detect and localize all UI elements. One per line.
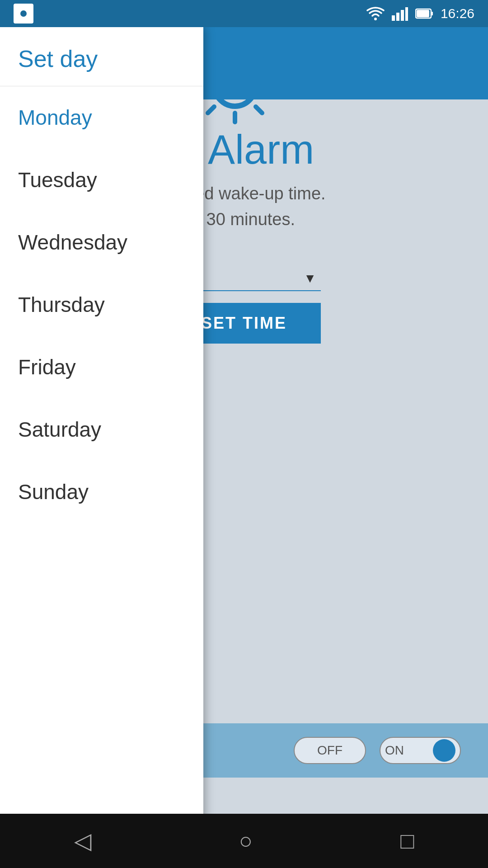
svg-point-10 bbox=[20, 10, 27, 17]
signal-icon bbox=[392, 6, 408, 21]
svg-line-6 bbox=[256, 107, 262, 113]
nav-recent-button[interactable]: □ bbox=[400, 828, 414, 854]
drawer-item-saturday[interactable]: Saturday bbox=[0, 398, 203, 461]
svg-rect-15 bbox=[401, 10, 404, 21]
status-bar-right: 16:26 bbox=[366, 6, 474, 21]
svg-rect-19 bbox=[417, 10, 429, 17]
drawer-item-thursday[interactable]: Thursday bbox=[0, 274, 203, 336]
status-bar: 16:26 bbox=[0, 0, 488, 27]
battery-icon bbox=[415, 7, 433, 20]
set-day-drawer: Set day MondayTuesdayWednesdayThursdayFr… bbox=[0, 27, 203, 841]
drawer-item-monday[interactable]: Monday bbox=[0, 86, 203, 149]
nav-home-button[interactable]: ○ bbox=[239, 828, 253, 854]
toggle-dot bbox=[433, 739, 455, 762]
svg-rect-14 bbox=[396, 13, 399, 21]
svg-point-12 bbox=[374, 18, 377, 20]
drawer-title: Set day bbox=[18, 45, 185, 72]
drawer-item-tuesday[interactable]: Tuesday bbox=[0, 149, 203, 211]
nav-bar: ◁ ○ □ bbox=[0, 814, 488, 868]
toggle-off-button[interactable]: OFF bbox=[294, 737, 366, 764]
photo-icon bbox=[14, 4, 33, 24]
svg-rect-11 bbox=[21, 8, 26, 10]
svg-line-7 bbox=[256, 59, 262, 65]
sun-icon bbox=[194, 45, 276, 127]
toggle-on-button[interactable]: ON bbox=[380, 737, 461, 764]
nav-back-button[interactable]: ◁ bbox=[74, 828, 91, 854]
drawer-item-wednesday[interactable]: Wednesday bbox=[0, 211, 203, 274]
status-bar-left bbox=[14, 4, 33, 24]
toggle-on-label: ON bbox=[385, 743, 404, 758]
dropdown-arrow-icon: ▼ bbox=[304, 271, 316, 286]
svg-line-8 bbox=[208, 107, 214, 113]
status-time: 16:26 bbox=[441, 6, 474, 21]
drawer-item-sunday[interactable]: Sunday bbox=[0, 461, 203, 523]
svg-rect-13 bbox=[392, 15, 395, 21]
svg-rect-16 bbox=[405, 7, 408, 21]
svg-line-5 bbox=[208, 59, 214, 65]
drawer-header: Set day bbox=[0, 27, 203, 86]
drawer-items-list: MondayTuesdayWednesdayThursdayFridaySatu… bbox=[0, 86, 203, 523]
wifi-icon bbox=[366, 6, 385, 21]
svg-point-0 bbox=[215, 66, 255, 106]
svg-rect-18 bbox=[431, 12, 433, 15]
drawer-item-friday[interactable]: Friday bbox=[0, 336, 203, 398]
